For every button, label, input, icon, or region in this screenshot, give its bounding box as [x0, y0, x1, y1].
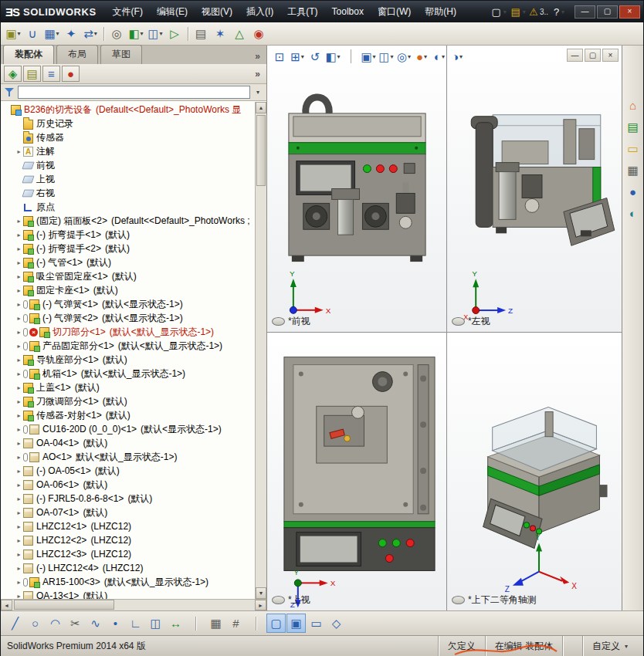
viewport-front-quadrant[interactable]: Y X *前视	[267, 46, 447, 333]
menu-file[interactable]: 文件(F)	[106, 1, 150, 22]
viewport-iso-quadrant[interactable]: Y X Z *上下二等角轴测	[447, 333, 623, 610]
scroll-left-icon[interactable]: ◄	[1, 600, 12, 610]
tree-item[interactable]: ▸ × B236的切壳设备 (Default<<Default>_PhotoWo…	[1, 103, 255, 117]
sketch-line-icon[interactable]: ╱	[5, 614, 25, 633]
display-style-icon[interactable]: ◫ ▾	[378, 48, 395, 65]
bill-of-materials-icon[interactable]: ▤ ▾	[192, 25, 210, 43]
tab-sketch[interactable]: 草图	[100, 45, 142, 64]
close-button[interactable]: × ▾	[619, 5, 640, 19]
expand-arrow-icon[interactable]: ▸	[15, 426, 23, 433]
doc-restore-button[interactable]: ▢	[585, 49, 601, 62]
move-component-icon[interactable]: ⇄ ▾	[81, 25, 100, 43]
expand-arrow-icon[interactable]: ▸	[15, 232, 23, 238]
tree-item[interactable]: ▸ × (-) 折弯提手<2> (默认)	[1, 242, 255, 255]
expand-arrow-icon[interactable]: ▸	[15, 343, 23, 350]
tree-item[interactable]: ▸ × 切刀部分<1> (默认<默认_显示状态-1>)	[1, 325, 255, 339]
expand-arrow-icon[interactable]: ▸	[15, 245, 23, 252]
tree-item[interactable]: ▸ × 机箱<1> (默认<默认_显示状态-1>)	[1, 367, 255, 380]
zoom-fit-icon[interactable]: ⊡ ▾	[271, 48, 288, 65]
viewport-left-quadrant[interactable]: Y Z X *左视	[447, 46, 623, 333]
snap-icon[interactable]: #	[226, 614, 246, 633]
tree-item[interactable]: ▸ × OA-06<1> (默认)	[1, 478, 255, 492]
filter-caret-icon[interactable]: ▾	[253, 89, 263, 96]
filter-input[interactable]	[18, 86, 250, 99]
sketch-tool-button[interactable]	[186, 614, 205, 633]
sketch-mirror-icon[interactable]: ◫	[146, 614, 165, 633]
expand-arrow-icon[interactable]: ▸	[15, 440, 23, 447]
zoom-area-icon[interactable]: ⊞ ▾	[289, 48, 306, 65]
tree-item[interactable]: ▸ × AR15-100<3> (默认<默认_显示状态-1>)	[1, 575, 255, 589]
tree-item[interactable]: ▸ × 传感器	[1, 130, 255, 144]
instant2d-icon[interactable]: ▣	[286, 614, 306, 633]
show-hidden-components-icon[interactable]: ◎ ▾	[107, 25, 126, 43]
file-explorer-icon[interactable]: ▭	[624, 140, 642, 157]
view-settings-icon[interactable]: ◑ ▾	[449, 48, 466, 65]
expand-arrow-icon[interactable]: ▸	[15, 287, 23, 294]
tree-item[interactable]: ▸ × 上盖<1> (默认)	[1, 380, 255, 394]
viewport-top-quadrant[interactable]: X Z Y *上视	[267, 333, 447, 610]
expand-arrow-icon[interactable]: ▸	[15, 398, 23, 405]
expand-arrow-icon[interactable]: ▸	[15, 357, 23, 364]
expand-arrow-icon[interactable]: ▸	[15, 495, 23, 502]
expand-arrow-icon[interactable]: ▸	[15, 218, 23, 225]
previous-view-icon[interactable]: ↺ ▾	[307, 48, 324, 65]
new-document-icon[interactable]: ▢ ▾	[490, 4, 508, 19]
tree-item[interactable]: ▸ × CU16-20D (0_0_0)<1> (默认<显示状态-1>)	[1, 422, 255, 436]
section-view-icon[interactable]: ◧ ▾	[324, 48, 341, 65]
open-document-icon[interactable]: ▤ ▾	[509, 4, 527, 19]
menu-view[interactable]: 视图(V)	[195, 1, 239, 22]
scroll-down-icon[interactable]: ▼	[256, 587, 266, 599]
expand-arrow-icon[interactable]: ▸	[15, 148, 23, 155]
displaymanager-tab-icon[interactable]: ●	[62, 66, 80, 82]
motion-study-icon[interactable]: ▷ ▾	[165, 25, 184, 43]
tree-item[interactable]: ▸ × (-) 气弹簧<2> (默认<显示状态-1>)	[1, 311, 255, 325]
expand-arrow-icon[interactable]: ▸	[15, 329, 23, 336]
menu-insert[interactable]: 插入(I)	[239, 1, 280, 22]
menu-edit[interactable]: 编辑(E)	[150, 1, 195, 22]
tree-item[interactable]: ▸ × 固定卡座<1> (默认)	[1, 283, 255, 297]
maximize-button[interactable]: ▢ ▾	[597, 5, 618, 19]
tree-item[interactable]: ▸ × 吸尘管固定座<1> (默认)	[1, 269, 255, 283]
sketch-arc-icon[interactable]: ◠	[46, 614, 65, 633]
expand-arrow-icon[interactable]: ▸	[15, 454, 23, 461]
headsup-button[interactable]: ▾	[342, 48, 359, 65]
reference-geometry-icon[interactable]: ◫ ▾	[146, 25, 164, 43]
custom-status-dropdown[interactable]: 自定义 ▾	[582, 636, 643, 656]
polygon-icon[interactable]: ◇	[327, 614, 346, 633]
minimize-button[interactable]: — ▾	[575, 5, 595, 19]
scroll-right-icon[interactable]: ►	[255, 600, 266, 610]
tab-assembly[interactable]: 装配体	[3, 45, 54, 64]
view-palette-icon[interactable]: ▦	[624, 161, 642, 179]
tree-item[interactable]: ▸ × 导轨座部分<1> (默认)	[1, 353, 255, 367]
tree-item[interactable]: ▸ × (-) LHZC12<4> (LHZC12)	[1, 561, 255, 575]
rectangle-icon[interactable]: ▭	[307, 614, 326, 633]
sketch-point-icon[interactable]: •	[106, 614, 125, 633]
hide-show-items-icon[interactable]: ◎ ▾	[395, 48, 412, 65]
expand-arrow-icon[interactable]: ▸	[15, 551, 23, 558]
toolbar-button[interactable]: ▾	[100, 25, 107, 43]
sketch-spline-icon[interactable]: ∿	[86, 614, 105, 633]
scenes-icon[interactable]: ◐	[624, 205, 642, 222]
sketch-trim-icon[interactable]: ✂	[66, 614, 85, 633]
help-icon[interactable]: ? ▾	[550, 4, 568, 19]
grid-system-icon[interactable]: ▦	[206, 614, 225, 633]
expand-arrow-icon[interactable]: ▸	[15, 412, 23, 419]
scroll-up-icon[interactable]: ▲	[256, 102, 266, 113]
doc-close-button[interactable]: ×	[602, 49, 619, 62]
tree-vertical-scrollbar[interactable]: ▲ ▼	[255, 102, 266, 599]
tree-item[interactable]: ▸ × 注解	[1, 144, 255, 158]
tree-horizontal-scrollbar[interactable]: ◄ ►	[1, 599, 266, 610]
sketch-tool-button[interactable]	[246, 614, 266, 633]
sketch-circle-icon[interactable]: ○	[25, 614, 45, 633]
expand-arrow-icon[interactable]: ▸	[15, 523, 23, 530]
expand-arrow-icon[interactable]: ▸	[15, 315, 23, 322]
tree-item[interactable]: ▸ × OA-13<1> (默认)	[1, 589, 255, 599]
expand-arrow-icon[interactable]: ▸	[15, 537, 23, 544]
design-library-icon[interactable]: ▤	[624, 118, 642, 136]
linear-pattern-icon[interactable]: ▦ ▾	[42, 25, 61, 43]
smart-fasteners-icon[interactable]: ✦ ▾	[62, 25, 80, 43]
edit-appearance-icon[interactable]: ● ▾	[413, 48, 430, 65]
configurationmanager-tab-icon[interactable]: ≡	[42, 66, 60, 82]
expand-arrow-icon[interactable]: ▸	[15, 565, 23, 572]
menu-toolbox[interactable]: Toolbox	[325, 1, 371, 22]
